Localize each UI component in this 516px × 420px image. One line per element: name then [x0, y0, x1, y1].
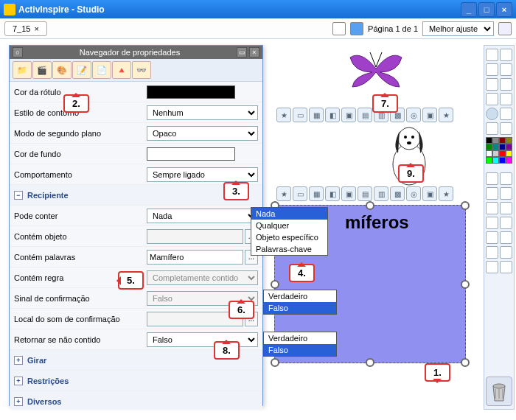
retornar-select[interactable]: Falso [147, 332, 258, 347]
collapse-icon[interactable]: − [14, 191, 23, 200]
eraser-tool-icon[interactable] [486, 202, 498, 214]
handle-icon[interactable]: ▦ [309, 108, 324, 122]
palette-color[interactable] [499, 157, 506, 164]
panel-pin-icon[interactable]: ○ [13, 47, 23, 57]
minimize-button[interactable]: _ [461, 2, 477, 17]
contem-objeto-input[interactable] [147, 229, 243, 244]
comportamento-select[interactable]: Sempre ligado [147, 167, 258, 182]
zoom-fit-combo[interactable]: Melhor ajuste [422, 21, 494, 36]
trash-bin[interactable] [486, 377, 512, 406]
expand-icon[interactable]: + [14, 397, 23, 406]
handle-icon[interactable]: ▥ [374, 186, 388, 201]
snowflake-icon[interactable] [350, 22, 363, 35]
palette-color[interactable] [486, 137, 492, 144]
palette-color[interactable] [486, 157, 492, 164]
tool-button[interactable] [486, 63, 498, 76]
page-layout-icon[interactable] [332, 22, 346, 35]
color-swatch[interactable] [147, 85, 235, 99]
dropdown-option[interactable]: Falso [264, 302, 336, 314]
connector-tool-icon[interactable] [500, 217, 512, 229]
palette-color[interactable] [486, 150, 492, 157]
text-tool-icon[interactable] [486, 231, 498, 244]
palette-color[interactable] [492, 150, 499, 157]
tool-button[interactable] [500, 108, 512, 120]
maximize-button[interactable]: □ [478, 2, 495, 17]
handle-icon[interactable]: ▣ [422, 186, 437, 201]
palette-color[interactable] [486, 144, 492, 150]
modo-segundo-select[interactable]: Opaco [147, 126, 258, 141]
browser-tab-icon[interactable]: 🎨 [52, 61, 72, 79]
dropdown-option[interactable]: Palavras-chave [251, 243, 327, 255]
handle-icon[interactable]: ▦ [309, 186, 324, 201]
retornar-dropdown[interactable]: Verdadeiro Falso [263, 332, 337, 357]
browser-tab-icon[interactable]: 📁 [13, 61, 32, 79]
pen-tool-icon[interactable] [486, 187, 498, 200]
handle-icon[interactable]: ▩ [390, 186, 405, 201]
handle-icon[interactable]: ★ [439, 186, 453, 201]
close-button[interactable]: × [496, 2, 512, 17]
resize-handle[interactable] [366, 358, 374, 367]
pode-conter-select[interactable]: Nada [147, 209, 258, 223]
handle-icon[interactable]: ★ [276, 108, 291, 122]
handle-icon[interactable]: ▣ [341, 108, 356, 122]
palette-color[interactable] [492, 157, 499, 164]
highlighter-tool-icon[interactable] [500, 187, 512, 200]
tool-button[interactable] [500, 93, 512, 105]
handle-icon[interactable]: ◎ [406, 108, 421, 122]
handle-icon[interactable]: ★ [439, 108, 453, 122]
tool-button[interactable] [486, 246, 498, 259]
shape-tool-icon[interactable] [486, 217, 498, 229]
palette-color[interactable] [499, 150, 506, 157]
property-list[interactable]: Cor da rótulo Estilo de contorno Nenhum … [10, 82, 262, 409]
palette-color[interactable] [506, 157, 512, 164]
butterfly-object[interactable] [346, 46, 405, 91]
tool-button[interactable] [486, 108, 498, 120]
tool-button[interactable] [486, 261, 498, 273]
tab-close-icon[interactable]: × [34, 24, 38, 33]
dropdown-option[interactable]: Qualquer [251, 220, 327, 231]
handle-icon[interactable]: ▣ [341, 186, 356, 201]
resize-handle[interactable] [271, 358, 279, 367]
tool-button[interactable] [486, 78, 498, 91]
resize-handle[interactable] [461, 358, 470, 367]
dropdown-option[interactable]: Objeto específico [251, 231, 327, 243]
color-swatch[interactable] [147, 147, 235, 161]
panel-title-bar[interactable]: ○ Navegador de propriedades ▭ × [10, 46, 262, 59]
palette-color[interactable] [492, 144, 499, 150]
palette-color[interactable] [506, 144, 512, 150]
dropdown-option[interactable]: Falso [264, 344, 336, 356]
dropdown-option[interactable]: Verdadeiro [264, 290, 336, 302]
section-restricoes[interactable]: + Restrições [10, 371, 262, 391]
pointer-tool-icon[interactable] [486, 172, 498, 185]
fill-tool-icon[interactable] [500, 202, 512, 214]
select-tool-icon[interactable] [500, 172, 512, 185]
tool-button[interactable] [500, 63, 512, 76]
handle-icon[interactable]: ★ [276, 186, 291, 201]
pode-conter-dropdown[interactable]: Nada Qualquer Objeto específico Palavras… [251, 207, 328, 256]
tool-button[interactable] [500, 122, 512, 135]
stamp-tool-icon[interactable] [500, 231, 512, 244]
dropdown-option[interactable]: Verdadeiro [264, 332, 336, 344]
resize-handle[interactable] [461, 280, 470, 289]
tool-button[interactable] [486, 93, 498, 105]
document-tab[interactable]: 7_15 × [4, 21, 47, 36]
panel-close-icon[interactable]: × [249, 47, 259, 57]
browser-tab-icon[interactable]: 📝 [72, 61, 91, 79]
handle-icon[interactable]: ▤ [358, 108, 372, 122]
contem-regra-select[interactable]: Completamente contido [147, 270, 258, 285]
browser-tab-icon[interactable]: 📄 [92, 61, 111, 79]
tool-button[interactable] [486, 122, 498, 135]
tool-button[interactable] [500, 49, 512, 61]
resize-handle[interactable] [461, 201, 470, 210]
expand-icon[interactable]: + [14, 377, 23, 385]
handle-icon[interactable]: ▭ [293, 108, 307, 122]
resize-handle[interactable] [366, 201, 374, 210]
resize-handle[interactable] [271, 280, 279, 289]
handle-icon[interactable]: ◧ [325, 108, 340, 122]
dropdown-option[interactable]: Nada [251, 208, 327, 220]
sinal-confirm-dropdown[interactable]: Verdadeiro Falso [263, 290, 337, 315]
contem-palavras-input[interactable] [147, 250, 243, 265]
palette-color[interactable] [506, 150, 512, 157]
tool-button[interactable] [486, 49, 498, 61]
palette-color[interactable] [506, 137, 512, 144]
